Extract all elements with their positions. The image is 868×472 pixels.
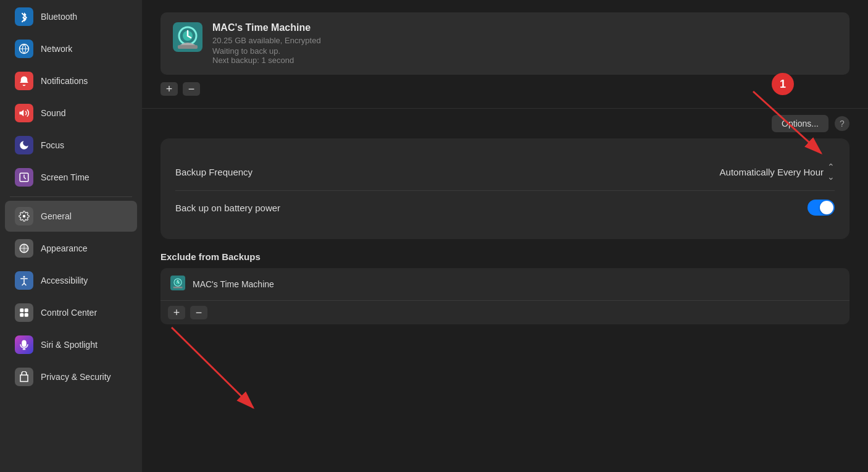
exclude-card: MAC's Time Machine + − (161, 268, 849, 324)
stepper-chevron-icon: ⌃⌄ (827, 162, 835, 182)
add-exclude-button[interactable]: + (168, 306, 185, 319)
sidebar-label-controlcenter: Control Center (41, 308, 97, 318)
backup-card: MAC's Time Machine 20.25 GB available, E… (161, 12, 849, 75)
sidebar-label-accessibility: Accessibility (41, 276, 88, 285)
remove-exclude-button[interactable]: − (190, 306, 207, 319)
svg-rect-9 (25, 313, 28, 317)
sidebar-item-general[interactable]: General (5, 201, 137, 232)
sidebar-label-general: General (41, 211, 72, 221)
exclude-footer: + − (161, 301, 849, 324)
svg-point-5 (23, 276, 25, 278)
sidebar-item-screentime[interactable]: Screen Time (5, 162, 137, 193)
exclude-item: MAC's Time Machine (161, 268, 849, 301)
controlcenter-icon (15, 303, 33, 322)
sidebar: Bluetooth Network Notifications (0, 0, 142, 472)
battery-backup-label: Back up on battery power (175, 203, 280, 213)
svg-point-2 (23, 215, 26, 218)
bluetooth-icon (15, 7, 33, 26)
battery-backup-toggle[interactable] (807, 200, 835, 216)
sidebar-item-controlcenter[interactable]: Control Center (5, 297, 137, 328)
exclude-title: Exclude from Backups (161, 251, 849, 262)
sidebar-item-siri[interactable]: Siri & Spotlight (5, 329, 137, 360)
backup-frequency-row: Backup Frequency Automatically Every Hou… (175, 153, 835, 191)
sidebar-label-sound: Sound (41, 108, 65, 118)
sidebar-item-bluetooth[interactable]: Bluetooth (5, 1, 137, 32)
svg-rect-7 (25, 308, 28, 312)
backup-next: Next backup: 1 second (212, 56, 837, 65)
add-remove-row: + − (161, 82, 849, 96)
backup-title: MAC's Time Machine (212, 22, 837, 33)
backup-status: Waiting to back up. (212, 46, 837, 56)
sidebar-item-sound[interactable]: Sound (5, 98, 137, 129)
general-icon (15, 207, 33, 225)
exclude-item-label: MAC's Time Machine (193, 279, 274, 289)
svg-rect-19 (173, 287, 183, 289)
screentime-icon (15, 168, 33, 187)
siri-icon (15, 335, 33, 354)
options-button[interactable]: Options... (772, 115, 828, 132)
options-row: Options... ? (142, 109, 868, 138)
add-backup-button[interactable]: + (161, 82, 178, 96)
exclude-item-icon (170, 276, 185, 293)
main-content: MAC's Time Machine 20.25 GB available, E… (142, 0, 868, 472)
toggle-knob (820, 201, 833, 214)
appearance-icon (15, 239, 33, 258)
exclude-section: Exclude from Backups MAC's Time Machine … (161, 251, 849, 324)
sidebar-item-network[interactable]: Network (5, 33, 137, 64)
svg-line-23 (172, 327, 253, 408)
notifications-icon (15, 72, 33, 90)
sidebar-label-privacy: Privacy & Security (41, 372, 111, 382)
sidebar-label-appearance: Appearance (41, 243, 88, 253)
sidebar-item-privacy[interactable]: Privacy & Security (5, 361, 137, 392)
sidebar-item-focus[interactable]: Focus (5, 130, 137, 161)
sidebar-divider (10, 196, 132, 197)
help-button[interactable]: ? (835, 116, 849, 131)
backup-frequency-label: Backup Frequency (175, 167, 252, 177)
privacy-icon (15, 368, 33, 386)
svg-rect-6 (20, 308, 23, 312)
sidebar-label-notifications: Notifications (41, 76, 88, 86)
sidebar-item-accessibility[interactable]: Accessibility (5, 265, 137, 296)
backup-frequency-value[interactable]: Automatically Every Hour ⌃⌄ (720, 162, 835, 182)
backup-section: MAC's Time Machine 20.25 GB available, E… (142, 0, 868, 109)
sidebar-item-appearance[interactable]: Appearance (5, 233, 137, 264)
remove-backup-button[interactable]: − (183, 82, 200, 96)
sidebar-label-screentime: Screen Time (41, 172, 90, 182)
sidebar-label-bluetooth: Bluetooth (41, 12, 77, 22)
backup-info: MAC's Time Machine 20.25 GB available, E… (212, 22, 837, 65)
sidebar-label-focus: Focus (41, 140, 64, 150)
accessibility-icon (15, 271, 33, 290)
backup-available: 20.25 GB available, Encrypted (212, 36, 837, 45)
focus-icon (15, 136, 33, 154)
sound-icon (15, 104, 33, 122)
sidebar-item-notifications[interactable]: Notifications (5, 65, 137, 96)
battery-backup-row: Back up on battery power (175, 191, 835, 224)
options-sheet: Backup Frequency Automatically Every Hou… (161, 138, 849, 239)
sidebar-label-siri: Siri & Spotlight (41, 340, 98, 350)
svg-rect-8 (20, 313, 23, 317)
tm-icon (173, 22, 202, 54)
sidebar-label-network: Network (41, 44, 72, 54)
svg-rect-15 (178, 45, 198, 49)
network-icon (15, 40, 33, 58)
